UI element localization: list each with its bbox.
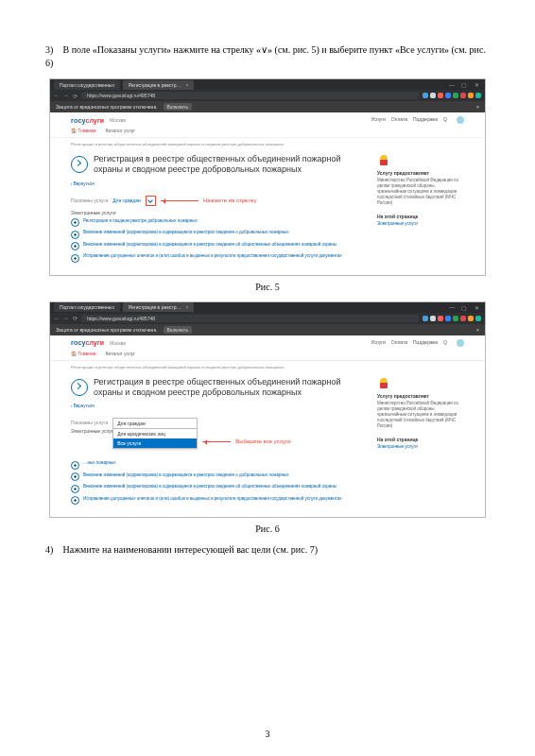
nav-main[interactable]: 🏠 Главная	[71, 351, 95, 356]
window-minimize-icon[interactable]: —	[447, 304, 457, 310]
dropdown[interactable]: Для граждан Для юридических лиц Все услу…	[112, 418, 198, 449]
section-electronic: Электронные услуги	[71, 210, 364, 215]
nav-back-icon[interactable]: ←	[54, 316, 60, 321]
avatar[interactable]	[457, 116, 464, 124]
dropdown-option-legal[interactable]: Для юридических лиц	[113, 429, 197, 438]
dropdown-option-all[interactable]: Все услуги	[113, 438, 197, 448]
nav-main[interactable]: 🏠 Главная	[71, 128, 95, 133]
browser-tab-1[interactable]: Портал государственных	[54, 302, 120, 312]
nav-catalog[interactable]: Каталог услуг	[105, 351, 135, 356]
nav-reload-icon[interactable]: ⟳	[73, 93, 78, 99]
service-link[interactable]: Регистрация в сводном реестре добровольн…	[83, 218, 198, 228]
service-link[interactable]: …ных пожарных	[83, 460, 116, 470]
ext-icon[interactable]	[475, 316, 481, 321]
menu-services[interactable]: Услуги	[371, 116, 385, 124]
menu-support[interactable]: Поддержка	[413, 339, 438, 347]
search-icon[interactable]: Q	[443, 339, 447, 347]
service-link[interactable]: Внесение изменений (корректировка) в сод…	[83, 242, 337, 251]
browser-tab-2[interactable]: Регистрация в реестр…×	[123, 302, 195, 312]
menu-support[interactable]: Поддержка	[413, 116, 438, 124]
ext-icon[interactable]	[445, 316, 451, 321]
window-close-icon[interactable]: ✕	[472, 304, 481, 311]
service-link[interactable]: Исправление допущенных опечаток и (или) …	[83, 253, 341, 263]
address-bar[interactable]: https://www.gosuslugi.ru/495748	[81, 92, 419, 99]
ext-icon[interactable]	[445, 93, 451, 98]
warning-close-icon[interactable]: ×	[476, 104, 479, 110]
service-link[interactable]: Внесение изменений (корректировка) в сод…	[83, 484, 337, 493]
avatar[interactable]	[457, 339, 464, 347]
ext-icon[interactable]	[468, 93, 474, 98]
service-item[interactable]: Исправление допущенных опечаток и (или) …	[71, 253, 364, 263]
service-item[interactable]: Внесение изменений (корректировка) в сод…	[71, 472, 364, 482]
breadcrumb: Регистрация в реестре общественных объед…	[50, 138, 485, 150]
window-maximize-icon[interactable]: ▢	[459, 304, 469, 311]
ext-icon[interactable]	[460, 316, 466, 321]
ext-icon[interactable]	[468, 316, 474, 321]
search-icon[interactable]: Q	[443, 116, 447, 124]
service-item[interactable]: Внесение изменений (корректировка) в сод…	[71, 484, 364, 493]
figure-6-screenshot: Портал государственных Регистрация в рее…	[49, 301, 486, 519]
nav-forward-icon[interactable]: →	[63, 316, 69, 321]
site-nav: 🏠 Главная Каталог услуг	[50, 349, 485, 361]
menu-payment[interactable]: Оплата	[391, 339, 407, 347]
service-item[interactable]: Исправление допущенных опечаток и (или) …	[71, 496, 364, 506]
dropdown-selected[interactable]: Для граждан	[112, 418, 198, 429]
warning-text: Защита от вредоносных программ отключена…	[56, 327, 158, 333]
service-icon	[71, 231, 79, 239]
back-link[interactable]: ‹ Вернуться	[71, 181, 364, 186]
service-link[interactable]: Внесение изменений (корректировка) в сод…	[83, 230, 288, 239]
dropdown-list: Для юридических лиц Все услуги	[112, 429, 198, 449]
address-bar[interactable]: https://www.gosuslugi.ru/495748	[81, 315, 419, 322]
service-icon	[71, 485, 79, 493]
nav-reload-icon[interactable]: ⟳	[73, 315, 78, 321]
side-link-electronic[interactable]: Электронные услуги	[377, 221, 464, 226]
nav-catalog[interactable]: Каталог услуг	[105, 128, 135, 133]
ext-icon[interactable]	[430, 316, 436, 321]
ext-icon[interactable]	[430, 93, 436, 98]
callout-fig5: Нажмите на стрелку	[203, 198, 257, 203]
ext-icon[interactable]	[423, 93, 428, 98]
browser-tab-1[interactable]: Портал государственных	[54, 80, 120, 90]
browser-extensions	[423, 316, 481, 321]
dropdown-arrow-highlighted[interactable]	[146, 196, 156, 206]
ext-icon[interactable]	[438, 93, 443, 98]
side-heading-onpage: На этой странице	[377, 214, 464, 219]
menu-services[interactable]: Услуги	[371, 339, 385, 347]
service-icon	[71, 461, 79, 470]
site-area: госуслуги Москва Услуги Оплата Поддержка…	[50, 335, 485, 518]
window-close-icon[interactable]: ✕	[472, 81, 481, 88]
warning-enable-button[interactable]: Включить	[164, 326, 192, 334]
service-item[interactable]: Внесение изменений (корректировка) в сод…	[71, 242, 364, 251]
emblem-icon	[377, 154, 390, 167]
page-number: 3	[0, 729, 535, 739]
nav-back-icon[interactable]: ←	[54, 93, 60, 98]
nav-forward-icon[interactable]: →	[63, 93, 69, 98]
city-label[interactable]: Москва	[110, 117, 126, 123]
service-item[interactable]: …ных пожарных	[71, 460, 364, 470]
window-maximize-icon[interactable]: ▢	[459, 81, 469, 88]
service-item[interactable]: Регистрация в сводном реестре добровольн…	[71, 218, 364, 228]
ext-icon[interactable]	[423, 316, 428, 321]
warning-close-icon[interactable]: ×	[476, 327, 479, 333]
service-link[interactable]: Внесение изменений (корректировка) в сод…	[83, 472, 288, 482]
service-icon	[71, 496, 79, 505]
back-link[interactable]: ‹ Вернуться	[71, 404, 364, 408]
ext-icon[interactable]	[453, 93, 458, 98]
browser-tab-2[interactable]: Регистрация в реестр…×	[123, 80, 195, 90]
ext-icon[interactable]	[438, 316, 443, 321]
figure-5-caption: Рис. 5	[45, 282, 490, 292]
menu-payment[interactable]: Оплата	[391, 116, 407, 124]
service-link[interactable]: Исправление допущенных опечаток и (или) …	[83, 496, 341, 506]
shown-label: Показаны услуги	[71, 418, 108, 425]
ext-icon[interactable]	[453, 316, 458, 321]
city-label[interactable]: Москва	[110, 340, 126, 346]
service-item[interactable]: Внесение изменений (корректировка) в сод…	[71, 230, 364, 239]
warning-enable-button[interactable]: Включить	[164, 103, 192, 111]
logo-part2: слуги	[86, 339, 104, 346]
ext-icon[interactable]	[475, 93, 481, 98]
side-link-electronic[interactable]: Электронные услуги	[377, 444, 464, 449]
site-nav: 🏠 Главная Каталог услуг	[50, 126, 485, 138]
service-icon	[71, 242, 79, 250]
window-minimize-icon[interactable]: —	[447, 82, 457, 88]
ext-icon[interactable]	[460, 93, 466, 98]
